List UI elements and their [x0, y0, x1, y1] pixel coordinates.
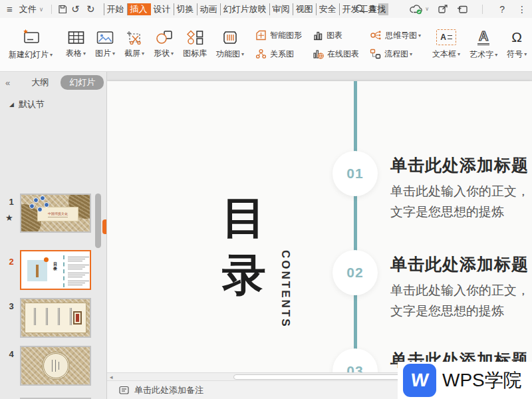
slide-subtitle[interactable]: CONTENTS — [279, 250, 292, 329]
omega-symbol-icon: Ω — [511, 29, 522, 45]
toc-heading: 单击此处添加标题 — [390, 154, 529, 176]
pane-resize-handle[interactable] — [102, 219, 106, 234]
slide-transition-star-icon: ★ — [5, 213, 13, 223]
file-menu-label: 文件 — [19, 3, 37, 15]
picture-icon — [96, 31, 114, 45]
screenshot-button[interactable]: 截屏 — [120, 20, 149, 69]
slide-1-number: 1 — [5, 197, 17, 207]
relation-diagram-button[interactable]: 关系图 — [255, 47, 302, 61]
hamburger-menu-icon[interactable]: ≡ — [7, 3, 13, 15]
toc-heading: 单击此处添加标题 — [390, 253, 529, 275]
panel-tabs: « 大纲 幻灯片 — [0, 73, 106, 92]
section-header[interactable]: ◢ 默认节 — [9, 98, 45, 110]
ribbon-toolbar: 新建幻灯片 表格 图片 — [0, 18, 532, 72]
wps-academy-label: WPS学院 — [442, 368, 522, 393]
flow-chart-button[interactable]: 流程图 — [370, 47, 421, 61]
symbol-button[interactable]: Ω 符号 — [502, 20, 531, 69]
online-chart-button[interactable]: 在线图表 — [313, 47, 359, 61]
help-button[interactable]: ? — [499, 4, 505, 15]
title-char-bottom: 录 — [219, 246, 269, 303]
shapes-button[interactable]: 形状 — [149, 20, 178, 69]
new-window-button[interactable] — [457, 5, 468, 14]
collapse-panel-icon[interactable]: « — [5, 78, 10, 88]
tab-view[interactable]: 视图 — [293, 3, 317, 15]
panel-divider — [106, 72, 107, 399]
tab-animation[interactable]: 动画 — [198, 3, 221, 15]
cloud-sync-button[interactable]: ∨ — [409, 4, 429, 15]
chart-button[interactable]: 图表 — [313, 28, 359, 43]
search-label: 查找 — [368, 3, 386, 15]
section-label: 默认节 — [19, 98, 45, 110]
word-art-button[interactable]: A 艺术字 — [465, 20, 502, 69]
cloud-sync-icon — [409, 4, 424, 15]
sidebar-scrollbar-thumb[interactable] — [95, 194, 101, 248]
tab-slides[interactable]: 幻灯片 — [61, 75, 104, 90]
mind-map-icon — [370, 30, 382, 41]
file-menu[interactable]: 文件 ∨ — [17, 2, 47, 17]
scroll-left-icon[interactable]: ◂ — [110, 374, 113, 380]
tab-slideshow[interactable]: 幻灯片放映 — [221, 3, 270, 15]
icon-library-button[interactable]: 图标库 — [178, 20, 211, 69]
picture-button[interactable]: 图片 — [90, 20, 120, 69]
toc-divider-line — [354, 81, 357, 372]
mind-map-button[interactable]: 思维导图 — [370, 28, 421, 43]
toc-body: 单击此处输入你的正文， 文字是您思想的提炼 — [390, 181, 529, 222]
function-diagram-icon — [221, 30, 239, 45]
chevron-down-icon: ∨ — [39, 6, 44, 13]
save-icon — [57, 4, 68, 15]
tab-review[interactable]: 审阅 — [270, 3, 293, 15]
undo-button[interactable]: ↺ — [71, 4, 80, 14]
screenshot-icon — [126, 30, 143, 45]
function-diagram-button[interactable]: 功能图 — [211, 20, 249, 69]
share-icon — [438, 4, 448, 14]
text-box-button[interactable]: A 文本框 — [428, 20, 465, 69]
toc-body: 单击此处输入你的正文， 文字是您思想的提炼 — [390, 280, 529, 321]
relation-diagram-icon — [255, 49, 267, 59]
shapes-icon — [155, 30, 173, 45]
table-button[interactable]: 表格 — [61, 20, 90, 69]
undo-icon: ↺ — [71, 3, 80, 15]
slide-4-number: 4 — [5, 349, 17, 359]
chevron-down-icon: ∨ — [425, 6, 429, 12]
new-slide-button[interactable]: 新建幻灯片 — [4, 20, 57, 69]
table-icon — [68, 31, 84, 45]
slide-thumbnail-2-selected[interactable]: 目录 — [20, 250, 91, 290]
word-art-icon: A — [475, 29, 492, 46]
slide-thumbnail-1[interactable]: 中国传统文化 — [20, 194, 91, 233]
slide-panel: « 大纲 幻灯片 ◢ 默认节 1 ★ 中国传统文化 2 目录 3 — [0, 72, 106, 399]
tab-security[interactable]: 安全 — [317, 3, 340, 15]
slide-2-number: 2 — [5, 257, 17, 267]
diagram-button-group: 智能图形 关系图 图表 — [255, 28, 421, 61]
tab-transition[interactable]: 切换 — [174, 3, 198, 15]
text-box-icon: A — [436, 29, 456, 45]
ribbon-tabs: 开始 插入 设计 切换 动画 幻灯片放映 审阅 视图 安全 开发工具 特色应用 … — [104, 3, 378, 15]
slide-canvas[interactable]: 目 录 CONTENTS 01 单击此处添加标题 单击此处输入你的正文， 文字是… — [107, 72, 532, 372]
titlebar: ≡ 文件 ∨ ↺ ↻ 开始 插入 设计 切换 动画 幻灯片放映 审阅 视图 安全… — [0, 0, 532, 18]
notes-placeholder: 单击此处添加备注 — [134, 384, 203, 396]
thumb1-title: 中国传统文化 — [48, 211, 68, 215]
flow-chart-icon — [370, 49, 381, 59]
chart-icon — [313, 30, 323, 41]
smart-graphic-button[interactable]: 智能图形 — [255, 28, 302, 43]
tab-outline[interactable]: 大纲 — [31, 76, 49, 88]
wps-academy-logo[interactable]: W WPS学院 — [398, 362, 532, 399]
toc-number-badge: 01 — [332, 151, 378, 196]
redo-button[interactable]: ↻ — [86, 4, 95, 14]
tab-insert[interactable]: 插入 — [128, 3, 151, 15]
slide-title[interactable]: 目 录 — [219, 189, 269, 303]
search-button[interactable]: 查找 — [355, 3, 386, 15]
divider — [482, 5, 483, 14]
search-icon — [355, 4, 365, 14]
tab-design[interactable]: 设计 — [151, 3, 174, 15]
tab-home[interactable]: 开始 — [104, 3, 128, 15]
wps-logo-icon: W — [403, 364, 436, 397]
save-button[interactable] — [57, 4, 68, 15]
more-options-button[interactable]: ⋮ — [517, 4, 527, 15]
share-button[interactable] — [438, 4, 448, 14]
new-slide-icon — [20, 29, 41, 46]
slide-thumbnail-4[interactable] — [20, 346, 91, 386]
online-chart-icon — [313, 49, 324, 59]
new-window-icon — [457, 5, 468, 14]
smart-graphic-icon — [255, 30, 267, 41]
slide-thumbnail-3[interactable] — [20, 298, 91, 338]
